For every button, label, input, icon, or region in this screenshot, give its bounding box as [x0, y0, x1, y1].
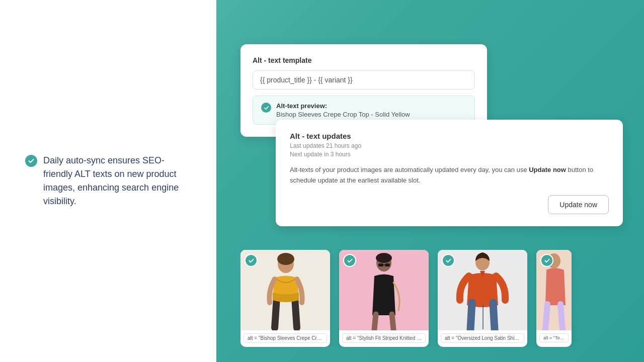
feature-text: Daily auto-sync ensures SEO-friendly ALT… — [43, 154, 191, 208]
svg-rect-7 — [385, 263, 390, 266]
product-alt-tag-3: alt = "Oversized Long Satin Shirt - Oran… — [441, 333, 524, 343]
product-check-badge-3 — [442, 254, 455, 267]
updates-body-strong: Update now — [529, 166, 566, 173]
products-row: alt = "Bishop Sleeves Crepe Crop Top - S… — [240, 250, 638, 347]
product-image-4 — [536, 250, 572, 330]
product-check-badge-2 — [343, 254, 356, 267]
last-update-text: Last updates 21 hours ago — [290, 142, 609, 149]
product-alt-tag-2: alt = "Stylish Fit Striped Knitted Dress… — [342, 333, 426, 343]
product-card-3: alt = "Oversized Long Satin Shirt - Oran… — [438, 250, 527, 347]
right-area: Alt - text template Alt-text preview: Bi… — [216, 0, 644, 362]
update-now-button[interactable]: Update now — [548, 195, 609, 214]
svg-point-5 — [376, 253, 392, 263]
svg-point-2 — [277, 253, 294, 265]
product-check-badge-1 — [245, 254, 258, 267]
preview-content: Alt-text preview: Bishop Sleeves Crepe C… — [276, 102, 410, 118]
product-card-2: alt = "Stylish Fit Striped Knitted Dress… — [339, 250, 429, 347]
product-card-4: alt = "Top with Trousers — [536, 250, 572, 347]
preview-label: Alt-text preview: — [276, 102, 410, 110]
template-input[interactable] — [253, 70, 475, 89]
product-alt-tag-4: alt = "Top with Trousers — [539, 333, 569, 342]
updates-title: Alt - text updates — [290, 132, 609, 140]
product-alt-tag-1: alt = "Bishop Sleeves Crepe Crop Top - S… — [244, 333, 327, 343]
product-card-1: alt = "Bishop Sleeves Crepe Crop Top - S… — [240, 250, 330, 347]
updates-card: Alt - text updates Last updates 21 hours… — [276, 120, 623, 226]
template-card-title: Alt - text template — [253, 56, 475, 64]
product-image-1 — [240, 250, 330, 330]
left-panel: Daily auto-sync ensures SEO-friendly ALT… — [0, 0, 216, 362]
next-update-text: Next update in 3 hours — [290, 151, 609, 158]
product-image-3 — [438, 250, 527, 330]
svg-rect-6 — [378, 263, 383, 266]
feature-item: Daily auto-sync ensures SEO-friendly ALT… — [25, 154, 191, 208]
updates-body-start: Alt-texts of your product images are aut… — [290, 166, 529, 173]
preview-value: Bishop Sleeves Crepe Crop Top - Solid Ye… — [276, 111, 410, 118]
check-icon — [25, 155, 37, 167]
updates-body: Alt-texts of your product images are aut… — [290, 165, 609, 186]
preview-check-icon — [261, 103, 271, 113]
left-content: Daily auto-sync ensures SEO-friendly ALT… — [25, 154, 191, 208]
product-image-2 — [339, 250, 429, 330]
product-check-badge-4 — [540, 254, 553, 267]
